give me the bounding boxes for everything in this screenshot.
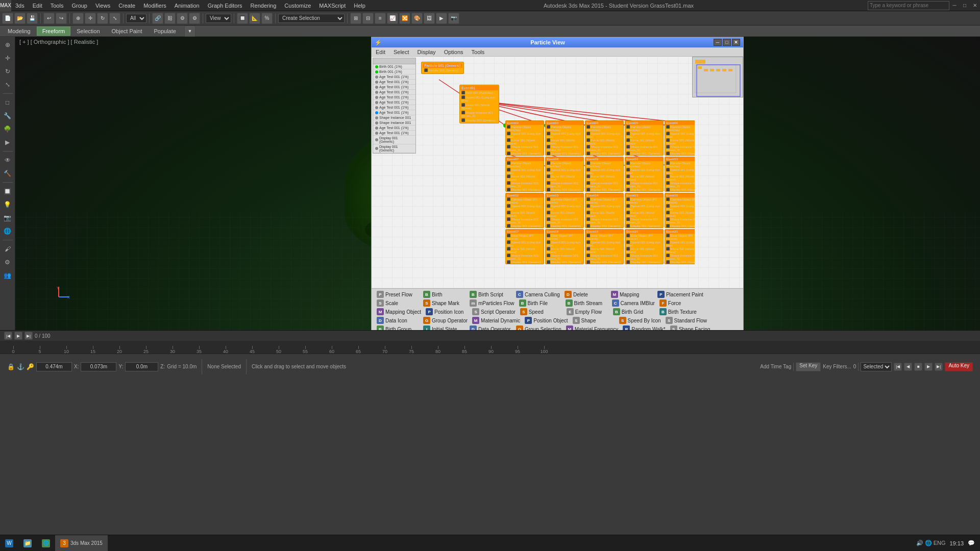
taskbar-3dsmax[interactable]: 3 3ds Max 2015 — [55, 535, 108, 552]
unbind-btn[interactable]: ⚙ — [189, 13, 200, 24]
stop-btn[interactable]: ■ — [914, 363, 922, 371]
pv-legend-group-operator[interactable]: G Group Operator — [421, 316, 470, 324]
next-key-btn[interactable]: ▶| — [935, 363, 943, 371]
render-btn[interactable]: ▶ — [436, 13, 447, 24]
utilities-tool[interactable]: 🔨 — [2, 167, 14, 180]
pv-nodelist-item[interactable]: Shape Instance 001 — [373, 120, 415, 126]
auto-key-dropdown[interactable]: Selected — [861, 362, 892, 371]
view-dropdown[interactable]: View — [206, 14, 231, 23]
pv-nodelist-item[interactable]: Age Test 001 (1%) — [373, 74, 415, 80]
pv-maximize-btn[interactable]: □ — [723, 39, 731, 46]
z-coord[interactable] — [125, 362, 158, 371]
pv-nodelist-item[interactable]: Age Test 001 (1%) — [373, 100, 415, 105]
pv-legend-shape-mark[interactable]: S Shape Mark — [421, 299, 467, 307]
pv-legend-placement-paint[interactable]: P Placement Paint — [655, 290, 705, 298]
pv-event-node[interactable]: Event13 ⬛ Camera Object (P7 Particle) ⬛ … — [545, 193, 584, 228]
pv-legend-camera-imblur[interactable]: C Camera IMBlur — [610, 299, 657, 307]
pv-event-node[interactable]: Event10 ⬛ Particle Object (Particles) ⬛ … — [625, 157, 664, 192]
mat-editor-btn[interactable]: 🎨 — [411, 13, 423, 24]
pv-legend-position-object[interactable]: P Position Object — [523, 316, 570, 324]
rotate-btn[interactable]: ↻ — [97, 13, 108, 24]
pv-legend-preset-flow[interactable]: P Preset Flow — [375, 290, 421, 298]
snap-btn[interactable]: 🔲 — [237, 13, 248, 24]
move-btn[interactable]: ✛ — [85, 13, 96, 24]
pv-nodelist-item[interactable]: Shape Instance 001 — [373, 115, 415, 120]
pv-menu-select[interactable]: Select — [389, 48, 413, 56]
mode-populate[interactable]: Populate — [148, 27, 181, 36]
pv-legend-mparticles-flow[interactable]: m mParticles Flow — [468, 299, 517, 307]
pv-legend-empty-flow[interactable]: E Empty Flow — [565, 308, 610, 316]
pv-nodelist-item[interactable]: Age Test 001 (1%) — [373, 126, 415, 131]
pv-legend-camera-culling[interactable]: C Camera Culling — [514, 290, 562, 298]
prev-frame-btn[interactable]: |◀ — [4, 332, 12, 340]
pv-legend-shape[interactable]: S Shape — [571, 316, 617, 324]
pv-legend-random-walk[interactable]: R Random Walk* — [621, 325, 667, 330]
pv-event-node[interactable]: Event11 ⬛ Particle Object (Particles) ⬛ … — [665, 157, 695, 192]
set-key-btn[interactable]: Set Key — [796, 362, 821, 371]
menu-views[interactable]: Views — [91, 2, 114, 10]
pv-legend-material-frequency[interactable]: M Material Frequency — [564, 325, 621, 330]
geo-tool[interactable]: 🌐 — [2, 225, 14, 237]
pv-event-node[interactable]: Event02 ⬛ Particle Object (Particles) ⬛ … — [505, 120, 544, 156]
pv-legend-birth-texture[interactable]: B Birth Texture — [657, 308, 703, 316]
paint-tool[interactable]: 🖌 — [2, 243, 14, 255]
taskbar-chrome[interactable]: 🌐 — [37, 535, 55, 552]
pv-nodelist-item[interactable]: Age Test 001 (1%) — [373, 85, 415, 90]
pv-event-node[interactable]: Event03 ⬛ Particle Object (Particles) ⬛ … — [545, 120, 584, 156]
pv-legend-birth-stream[interactable]: B Birth Stream — [564, 299, 609, 307]
play-btn[interactable]: ▶ — [14, 332, 22, 340]
populate-tool[interactable]: 👥 — [2, 269, 14, 282]
pv-menu-tools[interactable]: Tools — [468, 48, 489, 56]
menu-edit[interactable]: Edit — [29, 2, 46, 10]
x-coord[interactable] — [36, 362, 72, 371]
pv-event-node[interactable]: Event07 ⬛ Particle Object (Particles) ⬛ … — [505, 157, 544, 192]
scale-btn[interactable]: ⤡ — [109, 13, 120, 24]
auto-key-btn[interactable]: Auto Key — [945, 362, 973, 371]
pv-menu-options[interactable]: Options — [440, 48, 468, 56]
pv-legend-speed[interactable]: S Speed — [518, 308, 564, 316]
pv-event-node[interactable]: Event16 ⬛ Camera Object (P7 Particle) ⬛ … — [665, 193, 695, 228]
pv-graph-area[interactable]: Event list Birth 001 (1%) Birth 001 (1%)… — [372, 57, 743, 288]
pv-legend-birth-file[interactable]: B Birth File — [517, 299, 563, 307]
pv-nodelist-item[interactable]: Display 001 (Generic) — [373, 136, 415, 144]
pv-legend-scale[interactable]: S Scale — [375, 299, 421, 307]
menu-3ds[interactable]: 3ds — [11, 2, 29, 10]
pv-event-node-1[interactable]: Event01 ⬛ Birth 001 (Particles) ⬛ Speed … — [459, 85, 499, 123]
pv-event-node[interactable]: Event06 ⬛ Particle Object (Particles) ⬛ … — [665, 120, 695, 156]
pv-legend-birth-group[interactable]: B Birth Group — [375, 325, 421, 330]
light-tool[interactable]: 💡 — [2, 198, 14, 211]
pv-legend-standard-flow[interactable]: S Standard Flow — [664, 316, 709, 324]
close-button[interactable]: ✕ — [970, 0, 980, 11]
pv-legend-data-operator[interactable]: D Data Operator — [468, 325, 513, 330]
pv-nodelist-item[interactable]: Display 001 (Generic) — [373, 144, 415, 153]
select-tool[interactable]: ⊕ — [2, 39, 14, 51]
open-btn[interactable]: 📂 — [14, 13, 26, 24]
undo-btn[interactable]: ↩ — [43, 13, 55, 24]
pv-event-node[interactable]: Event18 ⬛ Gear Object (P7 Particle) ⬛ Sp… — [545, 229, 584, 264]
pv-event-node[interactable]: Event19 ⬛ Gear Object (P7 Particle) ⬛ Sp… — [585, 229, 624, 264]
pv-nodelist-item[interactable]: Age Test 001 (1%) — [373, 80, 415, 85]
render-setup-btn[interactable]: 🖼 — [424, 13, 435, 24]
minimap-panel[interactable] — [692, 57, 743, 97]
pv-legend-material-dynamic[interactable]: M Material Dynamic — [470, 316, 522, 324]
mode-modeling[interactable]: Modeling — [2, 27, 36, 36]
notification-icon[interactable]: 💬 — [968, 540, 975, 546]
pv-legend-mapping-object[interactable]: M Mapping Object — [375, 308, 423, 316]
create-selection-dropdown[interactable]: Create Selection — [278, 14, 345, 23]
prev-key-btn[interactable]: |◀ — [894, 363, 902, 371]
menu-create[interactable]: Create — [114, 2, 139, 10]
save-btn[interactable]: 💾 — [27, 13, 38, 24]
pv-event-node[interactable]: Event04 ⬛ Particle Object (Particles) ⬛ … — [585, 120, 624, 156]
percent-btn[interactable]: % — [261, 13, 273, 24]
menu-rendering[interactable]: Rendering — [247, 2, 281, 10]
maximize-button[interactable]: □ — [960, 0, 970, 11]
pv-legend-initial-state[interactable]: I Initial State — [421, 325, 467, 330]
pv-legend-birth-script[interactable]: B Birth Script — [468, 290, 513, 298]
curve-btn[interactable]: 📈 — [387, 13, 398, 24]
align-btn[interactable]: ⊟ — [362, 13, 374, 24]
search-input[interactable] — [868, 1, 949, 10]
mode-object-paint[interactable]: Object Paint — [106, 27, 148, 36]
pv-nodelist-item[interactable]: Age Test 001 (1%) — [373, 110, 415, 115]
pv-legend-force[interactable]: F Force — [657, 299, 703, 307]
schematic-btn[interactable]: 🔀 — [399, 13, 410, 24]
